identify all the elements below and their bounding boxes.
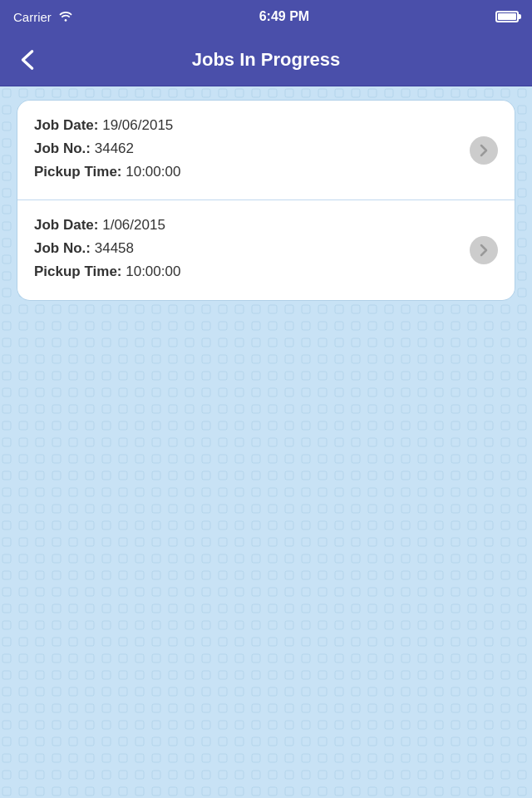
battery-icon [495, 11, 519, 22]
jobs-list: Job Date: 19/06/2015 Job No.: 34462 Pick… [0, 86, 532, 314]
wifi-icon [58, 10, 73, 24]
job-date-label-2: Job Date: [34, 217, 98, 233]
status-bar-left: Carrier [13, 10, 73, 24]
back-arrow-icon[interactable] [13, 45, 43, 75]
job-date-line-1: Job Date: 19/06/2015 [34, 116, 460, 135]
content-area: Job Date: 19/06/2015 Job No.: 34462 Pick… [0, 86, 532, 798]
chevron-button-2[interactable] [470, 236, 498, 264]
job-item-2[interactable]: Job Date: 1/06/2015 Job No.: 34458 Picku… [17, 200, 515, 299]
job-no-label-1: Job No.: [34, 140, 91, 156]
status-bar-right [495, 11, 519, 22]
job-pickup-value-2: 10:00:00 [126, 264, 180, 279]
job-pickup-label-2: Pickup Time: [34, 264, 122, 279]
nav-bar: Jobs In Progress [0, 33, 532, 86]
status-bar-time: 6:49 PM [259, 9, 309, 24]
job-date-line-2: Job Date: 1/06/2015 [34, 215, 460, 235]
job-no-line-2: Job No.: 34458 [34, 239, 460, 259]
chevron-button-1[interactable] [470, 136, 498, 165]
job-pickup-line-2: Pickup Time: 10:00:00 [34, 262, 460, 282]
job-info-1: Job Date: 19/06/2015 Job No.: 34462 Pick… [34, 116, 460, 185]
job-no-line-1: Job No.: 34462 [34, 139, 460, 159]
job-pickup-line-1: Pickup Time: 10:00:00 [34, 162, 460, 182]
job-pickup-label-1: Pickup Time: [34, 164, 122, 180]
page-title: Jobs In Progress [192, 49, 341, 71]
carrier-label: Carrier [13, 10, 52, 24]
job-info-2: Job Date: 1/06/2015 Job No.: 34458 Picku… [34, 215, 460, 284]
job-date-label-1: Job Date: [34, 117, 98, 133]
job-pickup-value-1: 10:00:00 [126, 164, 180, 180]
job-no-value-2: 34458 [95, 240, 134, 256]
jobs-card: Job Date: 19/06/2015 Job No.: 34462 Pick… [17, 100, 515, 301]
job-no-label-2: Job No.: [34, 240, 91, 256]
back-button[interactable] [13, 45, 43, 75]
job-date-value-2: 1/06/2015 [102, 217, 165, 233]
status-bar: Carrier 6:49 PM [0, 0, 532, 33]
job-no-value-1: 34462 [95, 140, 134, 156]
job-date-value-1: 19/06/2015 [102, 117, 173, 133]
job-item-1[interactable]: Job Date: 19/06/2015 Job No.: 34462 Pick… [17, 101, 515, 200]
